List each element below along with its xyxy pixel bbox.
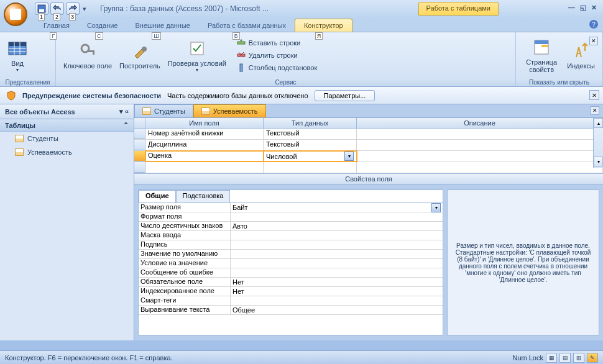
scroll-down-button[interactable]: ▾ — [594, 157, 603, 166]
minimize-button[interactable]: — — [568, 4, 575, 12]
property-value[interactable]: Авто — [231, 222, 443, 230]
property-value[interactable] — [231, 231, 443, 240]
property-value[interactable] — [231, 212, 443, 221]
row-selector[interactable] — [134, 151, 145, 162]
doc-tab-grades[interactable]: Успеваемость — [193, 104, 266, 117]
design-grid: Имя поля Тип данных Описание Номер зачёт… — [134, 118, 603, 173]
col-header-description[interactable]: Описание — [357, 118, 603, 128]
field-row-empty[interactable] — [134, 162, 603, 173]
ribbon-tabs: ГлавнаяГ СозданиеС Внешние данныеШ Работ… — [0, 17, 603, 32]
col-header-datatype[interactable]: Тип данных — [264, 118, 357, 128]
svg-rect-10 — [93, 50, 94, 55]
property-value[interactable] — [231, 268, 443, 277]
datatype-dropdown-button[interactable]: ▾ — [344, 152, 354, 161]
property-value[interactable]: Нет — [231, 287, 443, 296]
col-header-fieldname[interactable]: Имя поля — [145, 118, 264, 128]
property-row[interactable]: Размер поляБайт▾ — [139, 203, 443, 212]
property-sheet-button[interactable]: Страница свойств — [520, 36, 563, 75]
view-pivottable-button[interactable]: ▤ — [559, 353, 571, 363]
property-value[interactable] — [231, 250, 443, 258]
field-row-selected[interactable]: Оценка Числовой▾ — [134, 151, 603, 162]
qat-redo-button[interactable]: 3 — [66, 2, 80, 15]
tab-create[interactable]: СозданиеС — [78, 19, 127, 32]
property-row[interactable]: Обязательное полеНет — [139, 278, 443, 287]
svg-rect-17 — [535, 40, 548, 44]
row-selector[interactable] — [134, 129, 145, 139]
property-value[interactable] — [231, 259, 443, 268]
property-row[interactable]: Выравнивание текстаОбщее — [139, 306, 443, 315]
insert-rows-button[interactable]: Вставить строки — [234, 37, 320, 48]
svg-rect-1 — [39, 9, 44, 12]
property-value[interactable] — [231, 240, 443, 249]
qat-undo-button[interactable]: 2 — [50, 2, 64, 15]
property-value[interactable]: Общее — [231, 306, 443, 314]
doc-close-button[interactable]: ✕ — [591, 106, 599, 115]
row-selector[interactable] — [134, 162, 145, 173]
lookup-column-button[interactable]: Столбец подстановок — [234, 62, 320, 73]
scroll-up-button[interactable]: ▴ — [594, 118, 603, 128]
property-name: Условие на значение — [139, 259, 231, 268]
doc-tab-students[interactable]: Студенты — [134, 104, 193, 117]
property-dropdown-button[interactable]: ▾ — [431, 203, 441, 212]
property-row[interactable]: Маска ввода — [139, 231, 443, 240]
group-showhide-label: Показать или скрыть — [516, 78, 602, 86]
view-datasheet-button[interactable]: ▦ — [546, 353, 557, 363]
field-row[interactable]: Дисциплина Текстовый — [134, 140, 603, 151]
row-selector[interactable] — [134, 140, 145, 150]
property-name: Индексированное поле — [139, 287, 231, 296]
property-row[interactable]: Число десятичных знаковАвто — [139, 222, 443, 231]
nav-item-grades[interactable]: Успеваемость — [0, 145, 134, 159]
property-sheet: Общие Подстановка Размер поляБайт▾Формат… — [138, 189, 443, 335]
restore-button[interactable]: ◱ — [580, 4, 586, 12]
qat-save-button[interactable]: 1 — [35, 2, 48, 15]
field-row[interactable]: Номер зачётной книжки Текстовый — [134, 129, 603, 140]
property-row[interactable]: Индексированное полеНет — [139, 287, 443, 296]
numlock-indicator: Num Lock — [512, 354, 543, 362]
property-row[interactable]: Условие на значение — [139, 259, 443, 268]
security-warning-bar: Предупреждение системы безопасности Част… — [0, 87, 603, 104]
property-name: Число десятичных знаков — [139, 222, 231, 230]
tab-dbtools[interactable]: Работа с базами данныхБ — [199, 19, 295, 32]
group-tools-label: Сервис — [56, 78, 515, 86]
security-close-button[interactable]: ✕ — [589, 90, 599, 100]
property-value[interactable]: Байт▾ — [231, 203, 443, 212]
security-options-button[interactable]: Параметры... — [315, 90, 375, 101]
view-button[interactable]: Вид▾ — [4, 37, 31, 74]
shield-icon — [6, 91, 16, 101]
view-pivotchart-button[interactable]: ▥ — [573, 353, 584, 363]
prop-tab-lookup[interactable]: Подстановка — [176, 190, 231, 202]
table-icon — [15, 148, 24, 156]
property-row[interactable]: Формат поля — [139, 212, 443, 222]
tab-external[interactable]: Внешние данныеШ — [127, 19, 199, 32]
vertical-scrollbar[interactable]: ▴ ▾ — [593, 118, 603, 168]
property-row[interactable]: Подпись — [139, 240, 443, 250]
close-button[interactable]: ✕ — [591, 4, 597, 12]
builder-button[interactable]: Построитель — [116, 40, 164, 71]
property-name: Смарт-теги — [139, 296, 231, 305]
ribbon: Вид▾ Представления Ключевое поле Построи… — [0, 32, 603, 87]
tab-design[interactable]: КонструкторЯ — [295, 19, 352, 32]
property-row[interactable]: Значение по умолчанию — [139, 250, 443, 259]
property-value[interactable] — [231, 296, 443, 305]
navigation-pane: Все объекты Access ▾« Таблицы⌃ Студенты … — [0, 104, 134, 340]
nav-dropdown-icon[interactable]: ▾ — [119, 107, 123, 116]
delete-rows-button[interactable]: Удалить строки — [234, 50, 320, 61]
property-row[interactable]: Сообщение об ошибке — [139, 268, 443, 278]
ribbon-close[interactable]: ✕ — [589, 37, 598, 45]
row-selector-header[interactable] — [134, 118, 145, 128]
nav-header[interactable]: Все объекты Access ▾« — [0, 104, 134, 119]
nav-item-students[interactable]: Студенты — [0, 132, 134, 145]
property-row[interactable]: Смарт-теги — [139, 296, 443, 306]
qat-customize[interactable]: ▾ — [81, 2, 88, 15]
nav-category-tables[interactable]: Таблицы⌃ — [0, 119, 134, 132]
help-icon[interactable]: ? — [589, 20, 598, 29]
primary-key-button[interactable]: Ключевое поле — [60, 40, 116, 71]
property-value[interactable]: Нет — [231, 278, 443, 286]
office-button[interactable] — [4, 2, 27, 26]
test-rules-button[interactable]: Проверка условий▾ — [164, 37, 230, 74]
view-design-button[interactable]: ✎ — [587, 353, 598, 363]
tab-home[interactable]: ГлавнаяГ — [35, 19, 78, 32]
window-title: Группа : база данных (Access 2007) - Mic… — [100, 4, 269, 13]
prop-tab-general[interactable]: Общие — [139, 190, 176, 202]
nav-collapse-icon[interactable]: « — [125, 107, 129, 116]
